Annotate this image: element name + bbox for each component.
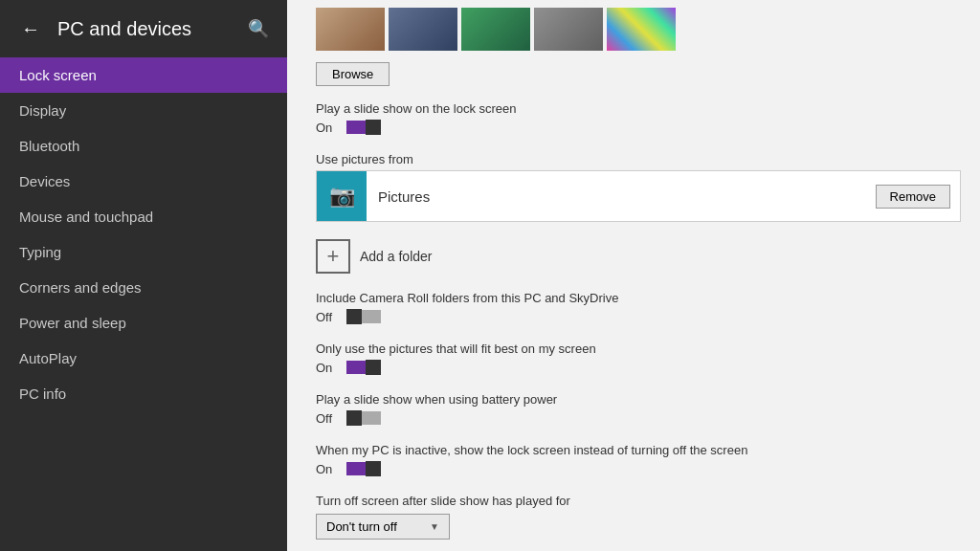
slide-show-state: On (316, 121, 339, 135)
sidebar-item-mouse-and-touchpad[interactable]: Mouse and touchpad (0, 199, 287, 234)
battery-label: Play a slide show when using battery pow… (316, 392, 961, 407)
camera-roll-toggle[interactable] (346, 309, 381, 324)
battery-toggle-row: Off (316, 410, 961, 426)
back-button[interactable]: ← (15, 13, 46, 44)
battery-toggle[interactable] (346, 410, 381, 426)
use-pictures-label: Use pictures from (316, 152, 961, 166)
inactive-state: On (316, 462, 339, 476)
camera-roll-label: Include Camera Roll folders from this PC… (316, 291, 961, 305)
fit-pictures-setting: Only use the pictures that will fit best… (316, 342, 961, 375)
sidebar: ← PC and devices 🔍 Lock screenDisplayBlu… (0, 0, 287, 551)
photo-thumb-1 (316, 8, 385, 51)
slide-show-label: Play a slide show on the lock screen (316, 101, 961, 116)
photo-thumb-5 (607, 8, 676, 51)
search-button[interactable]: 🔍 (245, 15, 272, 42)
folder-name: Pictures (378, 188, 864, 205)
sidebar-item-autoplay[interactable]: AutoPlay (0, 341, 287, 376)
sidebar-header: ← PC and devices 🔍 (0, 0, 287, 57)
nav-list: Lock screenDisplayBluetoothDevicesMouse … (0, 57, 287, 411)
slide-show-toggle-row: On (316, 120, 961, 135)
photo-strip (316, 8, 961, 51)
plus-icon: + (316, 239, 350, 274)
camera-roll-state: Off (316, 310, 339, 324)
turn-off-setting: Turn off screen after slide show has pla… (316, 494, 961, 540)
fit-pictures-toggle[interactable] (346, 360, 381, 375)
photo-thumb-4 (534, 8, 603, 51)
sidebar-item-bluetooth[interactable]: Bluetooth (0, 128, 287, 164)
photo-thumb-2 (389, 8, 457, 51)
turn-off-dropdown-row: Don't turn off ▼ (316, 514, 961, 540)
use-pictures-setting: Use pictures from 📷 Pictures Remove (316, 152, 961, 222)
sidebar-title: PC and devices (57, 18, 234, 40)
turn-off-dropdown-value: Don't turn off (326, 519, 397, 534)
sidebar-item-corners-and-edges[interactable]: Corners and edges (0, 270, 287, 305)
fit-pictures-label: Only use the pictures that will fit best… (316, 342, 961, 356)
turn-off-dropdown[interactable]: Don't turn off ▼ (316, 514, 450, 540)
inactive-label: When my PC is inactive, show the lock sc… (316, 443, 961, 457)
add-folder-label: Add a folder (360, 249, 433, 264)
browse-button[interactable]: Browse (316, 62, 390, 86)
fit-pictures-state: On (316, 361, 339, 375)
chevron-down-icon: ▼ (430, 521, 439, 532)
inactive-setting: When my PC is inactive, show the lock sc… (316, 443, 961, 476)
slide-show-setting: Play a slide show on the lock screen On (316, 101, 961, 135)
inactive-toggle-row: On (316, 461, 961, 476)
camera-roll-setting: Include Camera Roll folders from this PC… (316, 291, 961, 324)
battery-state: Off (316, 411, 339, 426)
folder-box: 📷 Pictures Remove (316, 170, 961, 222)
slide-show-toggle[interactable] (346, 120, 381, 135)
sidebar-item-pc-info[interactable]: PC info (0, 376, 287, 411)
camera-roll-toggle-row: Off (316, 309, 961, 324)
add-folder-row[interactable]: + Add a folder (316, 239, 961, 274)
sidebar-item-display[interactable]: Display (0, 93, 287, 128)
sidebar-item-lock-screen[interactable]: Lock screen (0, 57, 287, 93)
main-content: Browse Play a slide show on the lock scr… (287, 0, 980, 551)
sidebar-item-typing[interactable]: Typing (0, 234, 287, 270)
fit-pictures-toggle-row: On (316, 360, 961, 375)
photo-thumb-3 (461, 8, 530, 51)
inactive-toggle[interactable] (346, 461, 381, 476)
turn-off-label: Turn off screen after slide show has pla… (316, 494, 961, 508)
remove-button[interactable]: Remove (876, 185, 950, 209)
sidebar-item-devices[interactable]: Devices (0, 164, 287, 199)
sidebar-item-power-and-sleep[interactable]: Power and sleep (0, 305, 287, 341)
battery-setting: Play a slide show when using battery pow… (316, 392, 961, 426)
folder-icon: 📷 (329, 184, 355, 209)
folder-icon-box: 📷 (317, 171, 367, 221)
